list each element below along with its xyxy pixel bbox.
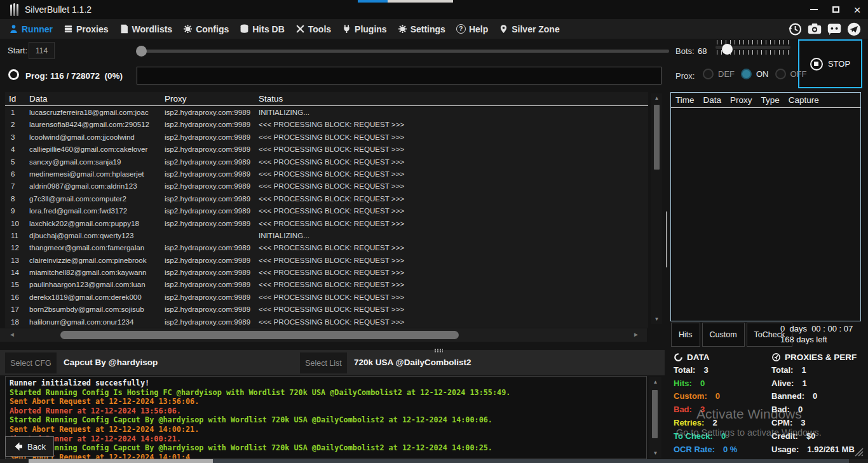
runner-icon bbox=[9, 24, 18, 34]
scroll-up-icon[interactable]: ▲ bbox=[651, 95, 662, 101]
cell-data: paulinhaargon123@gmail.com:luan bbox=[29, 280, 160, 288]
scroll-left-icon[interactable]: ◄ bbox=[9, 331, 15, 338]
table-row[interactable]: 18 halilonurr@gmail.com:onur1234 isp2.hy… bbox=[5, 316, 648, 327]
nav-item-configs[interactable]: Configs bbox=[183, 24, 229, 34]
start-input[interactable] bbox=[29, 42, 55, 59]
table-row[interactable]: 11 djbuchaj@gmail.com:qwerty123 INITIALI… bbox=[5, 229, 648, 241]
cell-data: halilonurr@gmail.com:onur1234 bbox=[29, 318, 160, 326]
history-icon[interactable] bbox=[787, 22, 803, 37]
radio-icon[interactable] bbox=[703, 69, 714, 79]
nav-item-runner[interactable]: Runner bbox=[9, 24, 53, 34]
stat-row: Credit: $0 bbox=[771, 429, 868, 443]
capture-column-header[interactable]: Time bbox=[675, 95, 695, 107]
table-row[interactable]: 12 thangmeor@gmail.com:famergalan isp2.h… bbox=[5, 241, 648, 253]
back-button[interactable]: Back bbox=[5, 436, 54, 457]
table-row[interactable]: 6 medinemesi@gmail.com:hplaserjet isp2.h… bbox=[5, 168, 648, 180]
splitter-dots-icon[interactable] bbox=[434, 349, 443, 352]
column-header-data[interactable]: Data bbox=[29, 94, 48, 104]
nav-item-silver-zone[interactable]: Silver Zone bbox=[499, 24, 559, 34]
nav-item-hits-db[interactable]: Hits DB bbox=[240, 24, 285, 34]
scroll-right-icon[interactable]: ► bbox=[633, 331, 639, 338]
bots-slider-handle[interactable] bbox=[722, 44, 733, 55]
cell-data: calliepillie460@gmail.com:cakelover bbox=[29, 145, 160, 153]
table-row[interactable]: 8 g7c3ll@gmail.com:computer2 isp2.hydrap… bbox=[5, 192, 648, 205]
panel-splitter[interactable] bbox=[666, 211, 667, 267]
radio-icon[interactable] bbox=[775, 69, 786, 79]
log-vertical-scrollbar[interactable]: ▲ ▼ bbox=[649, 377, 661, 458]
table-row[interactable]: 7 aldrin0987@gmail.com:aldrin123 isp2.hy… bbox=[5, 180, 648, 192]
start-label: Start: bbox=[8, 46, 27, 55]
maximize-button[interactable] bbox=[825, 0, 846, 19]
table-row[interactable]: 17 born2bsumbdy@gmail.com:sojisub isp2.h… bbox=[5, 303, 648, 315]
prox-radio-option[interactable]: DEF bbox=[703, 69, 735, 79]
stat-value: 0 bbox=[700, 379, 705, 388]
scroll-down-icon[interactable]: ▼ bbox=[651, 316, 662, 322]
table-row[interactable]: 10 laxchick202@gmail.com:puppy18 isp2.hy… bbox=[5, 217, 648, 229]
table-row[interactable]: 2 laurensofia8424@gmail.com:290512 isp2.… bbox=[5, 118, 648, 130]
radio-icon[interactable] bbox=[741, 69, 752, 79]
prox-radio-option[interactable]: OFF bbox=[775, 69, 807, 79]
select-config-button[interactable]: Select CFG bbox=[5, 352, 57, 373]
capture-column-header[interactable]: Capture bbox=[789, 95, 819, 107]
nav-item-wordlists[interactable]: Wordlists bbox=[119, 24, 173, 34]
help-icon: ? bbox=[456, 24, 466, 34]
cell-id: 16 bbox=[11, 293, 27, 301]
document-icon bbox=[119, 24, 129, 34]
scroll-down-icon[interactable]: ▼ bbox=[649, 450, 661, 456]
runner-log[interactable]: Runner initialized succesfully! Started … bbox=[5, 376, 647, 459]
nav-item-help[interactable]: ? Help bbox=[456, 24, 488, 34]
minimize-button[interactable] bbox=[803, 0, 825, 19]
scrollbar-thumb[interactable] bbox=[60, 331, 459, 339]
nav-items: Runner Proxies Wordlists Configs Hits DB… bbox=[9, 24, 560, 34]
table-row[interactable]: 14 miamitchell82@gmail.com:kaywann isp2.… bbox=[5, 266, 648, 278]
nav-item-plugins[interactable]: Plugins bbox=[342, 24, 387, 34]
column-header-status[interactable]: Status bbox=[259, 94, 283, 104]
nav-item-settings[interactable]: Settings bbox=[398, 24, 445, 34]
table-row[interactable]: 13 claireinvizzie@gmail.com:pinebrook is… bbox=[5, 254, 648, 266]
table-row[interactable]: 3 lcoolwind@gmail.com:jjcoolwind isp2.hy… bbox=[5, 131, 648, 143]
capture-column-header[interactable]: Type bbox=[761, 95, 780, 107]
stat-label: To Check: bbox=[674, 431, 713, 441]
tab-button[interactable]: Custom bbox=[702, 323, 745, 347]
bots-slider[interactable] bbox=[715, 40, 790, 58]
table-horizontal-scrollbar[interactable]: ◄ ► bbox=[0, 328, 647, 342]
table-row[interactable]: 16 derekx1819@gmail.com:derek000 isp2.hy… bbox=[5, 291, 648, 303]
tab-button[interactable]: Hits bbox=[671, 323, 700, 347]
cell-data: g7c3ll@gmail.com:computer2 bbox=[29, 194, 160, 203]
start-slider[interactable] bbox=[137, 50, 669, 53]
cell-status: <<< PROCESSING BLOCK: REQUEST >>> bbox=[259, 256, 475, 264]
camera-icon[interactable] bbox=[807, 22, 822, 37]
capture-column-header[interactable]: Proxy bbox=[730, 95, 752, 107]
table-vertical-scrollbar[interactable]: ▲ ▼ bbox=[651, 93, 662, 324]
resize-grip-icon[interactable] bbox=[851, 445, 864, 457]
close-button[interactable]: × bbox=[846, 0, 868, 19]
capture-column-header[interactable]: Data bbox=[703, 95, 722, 107]
scrollbar-thumb[interactable] bbox=[654, 105, 660, 170]
discord-icon[interactable] bbox=[827, 22, 842, 37]
stat-value: 1 bbox=[802, 379, 806, 388]
cell-data: medinemesi@gmail.com:hplaserjet bbox=[29, 170, 160, 178]
cell-data: sancxy@gmail.com:sanja19 bbox=[29, 158, 160, 166]
progress-ring-icon bbox=[8, 69, 19, 80]
table-row[interactable]: 4 calliepillie460@gmail.com:cakelover is… bbox=[5, 143, 648, 155]
table-row[interactable]: 15 paulinhaargon123@gmail.com:luan isp2.… bbox=[5, 278, 648, 290]
cell-data: lora.fred@gmail.com:fwd3172 bbox=[29, 206, 160, 215]
stop-button[interactable]: STOP bbox=[798, 39, 862, 88]
column-header-id[interactable]: Id bbox=[9, 94, 16, 104]
nav-item-proxies[interactable]: Proxies bbox=[64, 24, 109, 34]
bottom-scrollbar-thumb[interactable] bbox=[29, 459, 213, 463]
nav-item-tools[interactable]: Tools bbox=[295, 24, 331, 34]
scroll-up-icon[interactable]: ▲ bbox=[649, 379, 661, 385]
scrollbar-thumb[interactable] bbox=[652, 390, 658, 438]
cell-status: <<< PROCESSING BLOCK: REQUEST >>> bbox=[259, 120, 475, 128]
stat-value: 1 bbox=[801, 365, 806, 375]
select-list-button[interactable]: Select List bbox=[300, 352, 347, 373]
bottom-scrollbar[interactable] bbox=[0, 459, 868, 463]
table-row[interactable]: 5 sancxy@gmail.com:sanja19 isp2.hydrapro… bbox=[5, 156, 648, 168]
start-slider-handle[interactable] bbox=[136, 46, 147, 57]
prox-radio-option[interactable]: ON bbox=[741, 69, 769, 79]
table-row[interactable]: 9 lora.fred@gmail.com:fwd3172 isp2.hydra… bbox=[5, 205, 648, 217]
column-header-proxy[interactable]: Proxy bbox=[165, 94, 187, 104]
telegram-icon[interactable] bbox=[846, 22, 862, 37]
table-row[interactable]: 1 lucascruzferreira18@gmail.com:joac isp… bbox=[5, 106, 648, 118]
